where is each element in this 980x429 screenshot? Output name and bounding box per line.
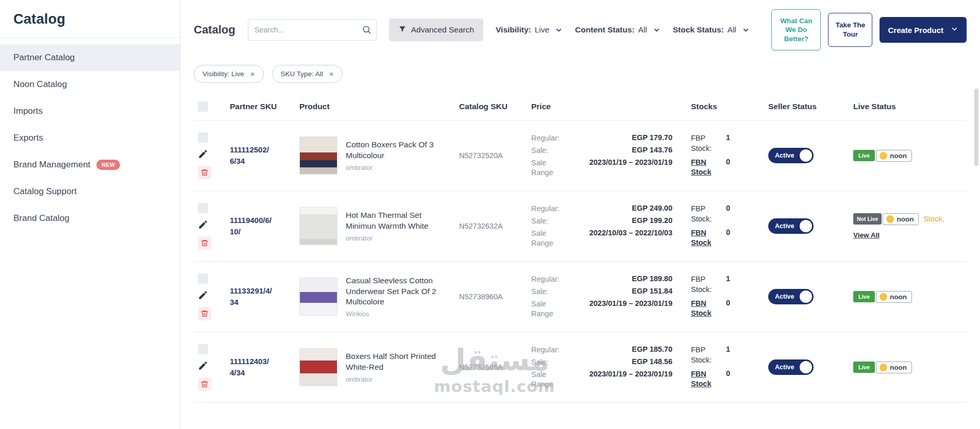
header-stocks: Stocks	[691, 102, 768, 111]
fbn-stock-link[interactable]: FBN Stock	[691, 299, 718, 319]
table-row: 11119400/6/10/ Hot Man Thermal Set Minim…	[194, 191, 967, 262]
price-regular-value: EGP 179.70	[632, 133, 672, 142]
partner-sku-link[interactable]: 11133291/4/34	[230, 285, 273, 308]
sidebar-title: Catalog	[0, 0, 180, 38]
stock-status-filter[interactable]: Stock Status: All	[673, 25, 750, 35]
live-status-badge: Live	[853, 150, 875, 161]
topbar-actions: What Can We Do Better? Take The Tour Cre…	[771, 9, 967, 50]
search-input[interactable]	[248, 19, 377, 41]
fbp-stock-value: 1	[726, 133, 730, 142]
search-icon[interactable]	[362, 25, 371, 37]
catalog-sku: N52732632A	[459, 222, 531, 230]
select-all-checkbox[interactable]	[198, 101, 208, 112]
price-sale-value: EGP 143.76	[632, 146, 672, 154]
noon-label: noon	[897, 215, 914, 223]
price-sale-label: Sale:	[531, 146, 561, 156]
edit-icon[interactable]	[198, 220, 208, 230]
fbn-stock-link[interactable]: FBN Stock	[691, 158, 718, 178]
create-product-button[interactable]: Create Product	[880, 17, 967, 43]
funnel-icon	[398, 25, 407, 35]
edit-icon[interactable]	[198, 290, 208, 300]
row-checkbox[interactable]	[198, 344, 208, 354]
product-brand: ombrator	[346, 375, 446, 383]
seller-status-toggle[interactable]: Active	[768, 359, 814, 375]
delete-icon[interactable]	[198, 236, 211, 250]
delete-icon[interactable]	[198, 307, 211, 320]
seller-status-label: Active	[775, 152, 795, 159]
filter-value: Live	[535, 25, 549, 35]
sidebar-item-imports[interactable]: Imports	[0, 98, 180, 125]
sidebar-item-label: Catalog Support	[13, 186, 77, 197]
sidebar-item-brand-catalog[interactable]: Brand Catalog	[0, 205, 180, 232]
close-icon[interactable]: ×	[250, 70, 255, 78]
filter-value: All	[638, 25, 647, 35]
scrollbar[interactable]	[974, 89, 978, 166]
sidebar-item-brand-management[interactable]: Brand Management NEW	[0, 151, 180, 178]
sidebar-item-label: Exports	[13, 133, 43, 143]
sidebar-item-noon-catalog[interactable]: Noon Catalog	[0, 71, 180, 98]
table-row: 11133291/4/34 Casual Sleevless Cotton Un…	[194, 262, 967, 332]
delete-icon[interactable]	[198, 166, 211, 179]
sidebar-item-exports[interactable]: Exports	[0, 125, 180, 151]
close-icon[interactable]: ×	[329, 70, 334, 78]
noon-label: noon	[890, 364, 907, 371]
chip-sku-type-all[interactable]: SKU Type: All ×	[272, 65, 343, 83]
seller-status-toggle[interactable]: Active	[768, 218, 814, 234]
fbn-stock-value: 0	[726, 158, 730, 166]
row-checkbox[interactable]	[198, 132, 208, 143]
seller-status-label: Active	[775, 222, 795, 230]
partner-sku-link[interactable]: 111112502/6/34	[230, 144, 273, 167]
toggle-knob	[800, 361, 812, 373]
delete-icon[interactable]	[198, 377, 211, 391]
noon-logo-icon	[880, 293, 887, 301]
content-status-filter[interactable]: Content Status: All	[575, 25, 661, 35]
view-all-link[interactable]: View All	[853, 231, 880, 239]
sale-range-value: 2023/01/19 – 2023/01/19	[589, 158, 672, 166]
fbp-stock-value: 0	[726, 204, 730, 212]
chevron-down-icon	[951, 25, 958, 35]
take-tour-button[interactable]: Take The Tour	[828, 13, 872, 47]
main-content: Catalog Advanced Search Visibility: Live	[180, 0, 980, 429]
row-checkbox[interactable]	[198, 203, 208, 213]
noon-logo-icon	[886, 215, 894, 223]
sidebar-item-label: Noon Catalog	[13, 79, 67, 90]
partner-sku-link[interactable]: 111112403/4/34	[230, 356, 273, 379]
seller-status-toggle[interactable]: Active	[768, 148, 814, 163]
header-price: Price	[531, 102, 691, 111]
create-product-label: Create Product	[888, 26, 943, 35]
fbp-stock-label: FBP Stock:	[691, 274, 718, 295]
price-regular-label: Regular:	[531, 133, 561, 143]
fbn-stock-link[interactable]: FBN Stock	[691, 369, 718, 389]
noon-badge: noon	[876, 291, 912, 303]
partner-sku-link[interactable]: 11119400/6/10/	[230, 215, 273, 237]
chevron-down-icon	[742, 26, 750, 34]
row-checkbox[interactable]	[198, 273, 208, 284]
price-regular-label: Regular:	[531, 204, 561, 214]
feedback-button[interactable]: What Can We Do Better?	[771, 9, 821, 50]
search-box	[248, 19, 377, 41]
header-product: Product	[299, 102, 459, 111]
advanced-search-label: Advanced Search	[411, 25, 474, 35]
catalog-table: Partner SKU Product Catalog SKU Price St…	[194, 93, 967, 403]
page-title: Catalog	[194, 23, 235, 37]
product-image	[299, 348, 337, 386]
fbp-stock-value: 1	[726, 345, 730, 353]
chip-visibility-live[interactable]: Visibility: Live ×	[194, 65, 264, 83]
sidebar-item-partner-catalog[interactable]: Partner Catalog	[0, 44, 180, 71]
fbp-stock-label: FBP Stock:	[691, 133, 718, 153]
edit-icon[interactable]	[198, 149, 208, 159]
noon-label: noon	[890, 293, 907, 301]
fbn-stock-link[interactable]: FBN Stock	[691, 228, 718, 248]
seller-status-toggle[interactable]: Active	[768, 289, 814, 304]
visibility-filter[interactable]: Visibility: Live	[496, 25, 563, 35]
sale-range-value: 2023/01/19 – 2023/01/19	[589, 370, 672, 378]
fbp-stock-label: FBP Stock:	[691, 204, 718, 224]
price-sale-label: Sale:	[531, 287, 561, 297]
sidebar-item-catalog-support[interactable]: Catalog Support	[0, 178, 180, 205]
noon-logo-icon	[880, 152, 887, 160]
advanced-search-button[interactable]: Advanced Search	[389, 19, 483, 41]
noon-badge: noon	[876, 362, 912, 373]
chevron-down-icon	[555, 26, 563, 34]
noon-badge: noon	[876, 150, 912, 162]
edit-icon[interactable]	[198, 361, 208, 371]
